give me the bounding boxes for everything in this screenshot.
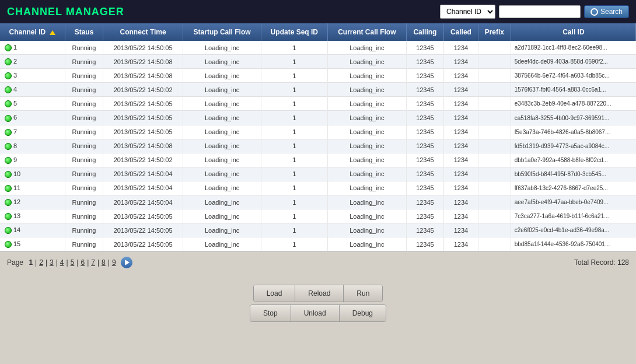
table-row[interactable]: 2 Running 2013/05/22 14:50:08 Loading_in… xyxy=(0,55,636,69)
cell-prefix xyxy=(478,111,511,125)
table-row[interactable]: 6 Running 2013/05/22 14:50:05 Loading_in… xyxy=(0,111,636,125)
cell-calling: 12345 xyxy=(407,139,444,153)
cell-prefix xyxy=(478,153,511,167)
search-input[interactable] xyxy=(499,5,581,18)
page-link-2[interactable]: 2 xyxy=(38,258,44,267)
cell-update-seq-id: 1 xyxy=(261,97,327,111)
cell-channel-id: 1 xyxy=(0,41,65,55)
cell-channel-id: 9 xyxy=(0,153,65,167)
total-record: Total Record: 128 xyxy=(574,258,629,267)
debug-button[interactable]: Debug xyxy=(340,305,386,321)
sort-arrow-icon xyxy=(50,30,55,35)
cell-status: Running xyxy=(65,223,103,237)
search-icon xyxy=(590,8,598,16)
table-row[interactable]: 8 Running 2013/05/22 14:50:08 Loading_in… xyxy=(0,139,636,153)
cell-channel-id: 6 xyxy=(0,111,65,125)
cell-channel-id: 2 xyxy=(0,55,65,69)
search-filter-dropdown[interactable]: Channel ID Status Call Flow xyxy=(440,5,495,19)
cell-channel-id: 7 xyxy=(0,125,65,139)
cell-update-seq-id: 1 xyxy=(261,153,327,167)
page-link-5[interactable]: 5 xyxy=(69,258,76,267)
cell-called: 1234 xyxy=(443,69,478,83)
page-link-1[interactable]: 1 xyxy=(27,258,34,267)
next-page-button[interactable] xyxy=(121,257,132,268)
unload-button[interactable]: Unload xyxy=(291,305,340,321)
page-link-3[interactable]: 3 xyxy=(48,258,55,267)
col-update-seq-id: Update Seq ID xyxy=(261,23,327,41)
cell-current-call-flow: Loading_inc xyxy=(327,83,406,97)
search-button[interactable]: Search xyxy=(584,5,629,18)
status-dot-icon xyxy=(5,241,12,248)
cell-startup-call-flow: Loading_inc xyxy=(183,153,261,167)
cell-called: 1234 xyxy=(443,125,478,139)
stop-button[interactable]: Stop xyxy=(250,305,291,321)
cell-status: Running xyxy=(65,41,103,55)
page-link-6[interactable]: 6 xyxy=(79,258,86,267)
channel-table-container: Channel ID Staus Connect Time Startup Ca… xyxy=(0,23,636,251)
table-row[interactable]: 5 Running 2013/05/22 14:50:05 Loading_in… xyxy=(0,97,636,111)
load-button[interactable]: Load xyxy=(254,285,296,302)
cell-connect-time: 2013/05/22 14:50:05 xyxy=(103,97,183,111)
cell-status: Running xyxy=(65,237,103,251)
cell-startup-call-flow: Loading_inc xyxy=(183,223,261,237)
cell-call-id: e3483c3b-2eb9-40e4-a478-887220... xyxy=(511,97,636,111)
cell-channel-id: 12 xyxy=(0,195,65,209)
cell-startup-call-flow: Loading_inc xyxy=(183,139,261,153)
table-row[interactable]: 4 Running 2013/05/22 14:50:02 Loading_in… xyxy=(0,83,636,97)
cell-startup-call-flow: Loading_inc xyxy=(183,111,261,125)
cell-prefix xyxy=(478,97,511,111)
table-row[interactable]: 1 Running 2013/05/22 14:50:05 Loading_in… xyxy=(0,41,636,55)
page-link-7[interactable]: 7 xyxy=(90,258,96,267)
cell-current-call-flow: Loading_inc xyxy=(327,125,406,139)
table-row[interactable]: 15 Running 2013/05/22 14:50:05 Loading_i… xyxy=(0,237,636,251)
cell-call-id: fd5b1319-d939-4773-a5ac-a9084c... xyxy=(511,139,636,153)
cell-prefix xyxy=(478,209,511,223)
cell-current-call-flow: Loading_inc xyxy=(327,223,406,237)
cell-call-id: c2e6f025-e0cd-4b1e-ad36-49e98a... xyxy=(511,223,636,237)
table-row[interactable]: 9 Running 2013/05/22 14:50:02 Loading_in… xyxy=(0,153,636,167)
cell-call-id: dbb1a0e7-992a-4588-b8fe-8f02cd... xyxy=(511,153,636,167)
cell-channel-id: 10 xyxy=(0,167,65,181)
col-connect-time: Connect Time xyxy=(103,23,183,41)
status-dot-icon xyxy=(5,129,12,136)
cell-call-id: a2d71892-1cc1-4ff8-8ec2-60ee98... xyxy=(511,41,636,55)
cell-calling: 12345 xyxy=(407,41,444,55)
cell-current-call-flow: Loading_inc xyxy=(327,69,406,83)
cell-status: Running xyxy=(65,97,103,111)
table-row[interactable]: 10 Running 2013/05/22 14:50:04 Loading_i… xyxy=(0,167,636,181)
reload-button[interactable]: Reload xyxy=(295,285,344,302)
cell-current-call-flow: Loading_inc xyxy=(327,167,406,181)
action-button-area: Load Reload Run Stop Unload Debug xyxy=(0,273,636,331)
col-call-id: Call ID xyxy=(511,23,636,41)
cell-connect-time: 2013/05/22 14:50:08 xyxy=(103,69,183,83)
pagination-links: Page 1 | 2 | 3 | 4 | 5 | 6 | 7 | 8 | 9 xyxy=(7,257,132,268)
cell-startup-call-flow: Loading_inc xyxy=(183,69,261,83)
cell-channel-id: 11 xyxy=(0,181,65,195)
cell-update-seq-id: 1 xyxy=(261,181,327,195)
table-row[interactable]: 13 Running 2013/05/22 14:50:05 Loading_i… xyxy=(0,209,636,223)
page-link-4[interactable]: 4 xyxy=(59,258,65,267)
cell-channel-id: 8 xyxy=(0,139,65,153)
cell-current-call-flow: Loading_inc xyxy=(327,139,406,153)
table-row[interactable]: 12 Running 2013/05/22 14:50:04 Loading_i… xyxy=(0,195,636,209)
cell-calling: 12345 xyxy=(407,55,444,69)
table-row[interactable]: 3 Running 2013/05/22 14:50:08 Loading_in… xyxy=(0,69,636,83)
app-title: CHANNEL MANAGER xyxy=(7,6,124,18)
table-row[interactable]: 11 Running 2013/05/22 14:50:04 Loading_i… xyxy=(0,181,636,195)
run-button[interactable]: Run xyxy=(344,285,382,302)
cell-channel-id: 14 xyxy=(0,223,65,237)
page-link-9[interactable]: 9 xyxy=(111,258,117,267)
cell-current-call-flow: Loading_inc xyxy=(327,41,406,55)
cell-connect-time: 2013/05/22 14:50:05 xyxy=(103,223,183,237)
page-link-8[interactable]: 8 xyxy=(100,258,107,267)
cell-current-call-flow: Loading_inc xyxy=(327,111,406,125)
col-channel-id[interactable]: Channel ID xyxy=(0,23,65,41)
channel-table: Channel ID Staus Connect Time Startup Ca… xyxy=(0,23,636,251)
header-controls: Channel ID Status Call Flow Search xyxy=(440,5,629,19)
status-dot-icon xyxy=(5,58,12,65)
cell-prefix xyxy=(478,125,511,139)
cell-called: 1234 xyxy=(443,237,478,251)
table-row[interactable]: 7 Running 2013/05/22 14:50:05 Loading_in… xyxy=(0,125,636,139)
table-row[interactable]: 14 Running 2013/05/22 14:50:05 Loading_i… xyxy=(0,223,636,237)
cell-channel-id: 5 xyxy=(0,97,65,111)
